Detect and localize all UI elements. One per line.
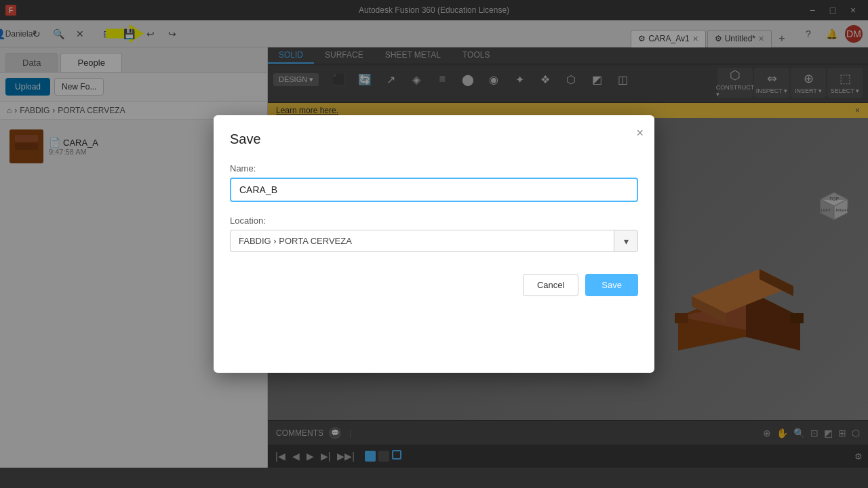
location-field: Location: ▾ [230, 216, 638, 252]
save-button[interactable]: Save [585, 274, 638, 296]
location-dropdown-button[interactable]: ▾ [614, 230, 638, 252]
modal-footer: Cancel Save [230, 274, 638, 296]
modal-overlay: Save × Name: Location: ▾ Cancel Save [0, 0, 868, 488]
location-row: ▾ [230, 230, 638, 252]
save-modal: Save × Name: Location: ▾ Cancel Save [214, 115, 654, 373]
modal-title: Save [230, 131, 638, 147]
cancel-button[interactable]: Cancel [523, 274, 578, 296]
name-label: Name: [230, 163, 638, 174]
location-label: Location: [230, 216, 638, 226]
name-field: Name: [230, 163, 638, 202]
location-input[interactable] [230, 230, 614, 252]
modal-close-button[interactable]: × [636, 126, 644, 140]
name-input[interactable] [230, 178, 638, 202]
